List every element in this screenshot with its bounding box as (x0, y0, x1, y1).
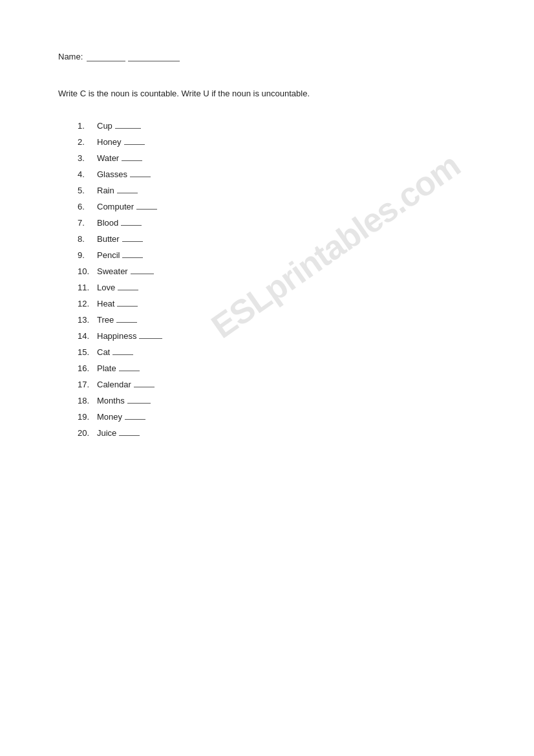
item-number: 14. (78, 331, 97, 341)
list-item: 9.Pencil (78, 249, 476, 260)
item-word: Calendar (97, 380, 131, 389)
item-number: 15. (78, 347, 97, 357)
answer-blank[interactable] (134, 378, 155, 387)
item-number: 7. (78, 218, 97, 228)
item-word: Honey (97, 137, 122, 147)
answer-blank[interactable] (130, 168, 151, 177)
answer-blank[interactable] (121, 217, 142, 226)
item-word: Pencil (97, 250, 120, 260)
name-section: Name: (58, 52, 476, 61)
list-item: 4.Glasses (78, 168, 476, 179)
answer-blank[interactable] (122, 233, 143, 242)
list-item: 12.Heat (78, 297, 476, 308)
item-word: Cat (97, 347, 110, 357)
answer-blank[interactable] (139, 330, 162, 339)
answer-blank[interactable] (115, 120, 141, 129)
answer-blank[interactable] (118, 281, 138, 290)
list-item: 14.Happiness (78, 330, 476, 341)
item-word: Glasses (97, 169, 127, 179)
list-item: 7.Blood (78, 217, 476, 228)
item-word: Months (97, 396, 125, 405)
item-word: Sweater (97, 266, 128, 276)
list-item: 19.Money (78, 411, 476, 422)
answer-blank[interactable] (124, 136, 145, 145)
answer-blank[interactable] (116, 314, 137, 323)
list-item: 2.Honey (78, 136, 476, 147)
item-number: 8. (78, 234, 97, 244)
item-word: Cup (97, 121, 112, 131)
answer-blank[interactable] (122, 152, 142, 161)
instructions-text: Write C is the noun is countable. Write … (58, 87, 476, 100)
list-item: 8.Butter (78, 233, 476, 244)
list-item: 6.Computer (78, 200, 476, 211)
item-word: Happiness (97, 331, 136, 341)
list-item: 17.Calendar (78, 378, 476, 389)
item-number: 18. (78, 396, 97, 405)
item-word: Computer (97, 202, 134, 211)
answer-blank[interactable] (117, 297, 138, 307)
answer-blank[interactable] (122, 249, 143, 258)
item-number: 9. (78, 250, 97, 260)
list-item: 13.Tree (78, 314, 476, 325)
answer-blank[interactable] (131, 265, 154, 274)
list-item: 20.Juice (78, 427, 476, 438)
list-item: 11.Love (78, 281, 476, 292)
item-word: Plate (97, 363, 116, 373)
list-item: 10.Sweater (78, 265, 476, 276)
item-number: 16. (78, 363, 97, 373)
item-number: 10. (78, 266, 97, 276)
item-number: 11. (78, 283, 97, 292)
item-word: Juice (97, 428, 116, 438)
list-item: 16.Plate (78, 362, 476, 373)
list-item: 3.Water (78, 152, 476, 163)
item-number: 6. (78, 202, 97, 211)
item-number: 12. (78, 299, 97, 308)
item-number: 13. (78, 315, 97, 325)
answer-blank[interactable] (119, 427, 140, 436)
item-number: 3. (78, 153, 97, 163)
list-item: 15.Cat (78, 346, 476, 357)
item-word: Water (97, 153, 119, 163)
item-word: Rain (97, 186, 114, 195)
answer-blank[interactable] (136, 200, 157, 210)
item-word: Money (97, 412, 122, 422)
answer-blank[interactable] (127, 394, 151, 404)
name-label: Name: (58, 52, 83, 61)
name-underline-2[interactable] (128, 52, 180, 61)
item-number: 20. (78, 428, 97, 438)
list-item: 18.Months (78, 394, 476, 405)
item-word: Love (97, 283, 115, 292)
item-number: 19. (78, 412, 97, 422)
item-number: 4. (78, 169, 97, 179)
exercise-list: 1.Cup2.Honey3.Water4.Glasses5.Rain6.Comp… (78, 120, 476, 438)
item-number: 17. (78, 380, 97, 389)
item-number: 1. (78, 121, 97, 131)
name-underline-1[interactable] (87, 52, 125, 61)
list-item: 5.Rain (78, 184, 476, 195)
item-word: Blood (97, 218, 118, 228)
answer-blank[interactable] (117, 184, 138, 193)
item-number: 5. (78, 186, 97, 195)
item-word: Tree (97, 315, 114, 325)
answer-blank[interactable] (119, 362, 140, 371)
item-word: Heat (97, 299, 114, 308)
answer-blank[interactable] (125, 411, 145, 420)
worksheet-page: Name: Write C is the noun is countable. … (0, 0, 534, 756)
item-number: 2. (78, 137, 97, 147)
answer-blank[interactable] (112, 346, 133, 355)
item-word: Butter (97, 234, 120, 244)
list-item: 1.Cup (78, 120, 476, 131)
